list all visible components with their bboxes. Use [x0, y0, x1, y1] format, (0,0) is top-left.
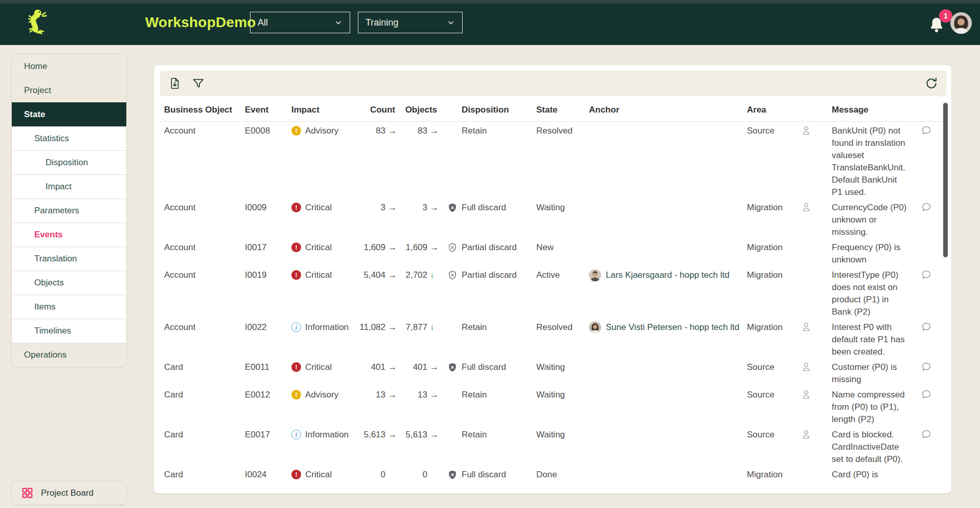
user-avatar[interactable] [950, 12, 972, 34]
app-title: WorkshopDemo [145, 0, 256, 45]
cell-anchor [585, 125, 743, 198]
cell-event: E0011 [241, 361, 287, 386]
cell-state: Waiting [533, 389, 585, 426]
column-header-event[interactable]: Event [241, 104, 287, 116]
column-header-business-object[interactable]: Business Object [160, 104, 241, 116]
cell-business-object: Account [160, 125, 241, 198]
project-board-button[interactable]: Project Board [11, 481, 127, 505]
sidebar-item-objects[interactable]: Objects [12, 271, 126, 295]
table-row[interactable]: CardE0017iInformation5,613→5,613→RetainW… [160, 426, 946, 466]
cell-impact: !Critical [287, 361, 358, 386]
table-row[interactable]: AccountI0009!Critical3→3→Full discardWai… [160, 198, 946, 238]
cell-comment [916, 202, 937, 238]
cell-objects: 3→ [395, 202, 437, 238]
column-header-state[interactable]: State [533, 104, 585, 116]
person-outline-icon[interactable] [801, 128, 812, 138]
column-header-objects[interactable]: Objects [395, 104, 437, 116]
cell-business-object: Card [160, 389, 241, 426]
cell-event: E0008 [241, 125, 287, 198]
sidebar-item-label: Timelines [34, 326, 71, 336]
cell-impact: iInformation [287, 321, 358, 358]
sidebar-item-events[interactable]: Events [12, 223, 126, 247]
table-row[interactable]: AccountE0008!Advisory83→83→RetainResolve… [160, 122, 946, 198]
anchor-user-link[interactable]: Lars Kjaersgaard - hopp tech ltd [589, 269, 743, 281]
anchor-user-link[interactable]: Sune Visti Petersen - hopp tech ltd [589, 321, 743, 334]
table-row[interactable]: CardI0024!Critical0→0→Full discardDoneMi… [160, 466, 946, 483]
sidebar-item-translation[interactable]: Translation [12, 247, 126, 271]
cell-objects-value: 7,877 [405, 321, 427, 334]
sidebar-item-items[interactable]: Items [12, 295, 126, 319]
impact-label: Critical [305, 361, 332, 373]
cell-business-object: Card [160, 361, 241, 386]
person-outline-icon[interactable] [801, 205, 812, 215]
export-file-icon [168, 77, 181, 90]
sidebar-item-operations[interactable]: Operations [12, 343, 126, 367]
sidebar-item-project[interactable]: Project [12, 78, 126, 102]
cell-comment [916, 241, 937, 266]
sidebar-item-label: Operations [24, 350, 66, 360]
person-outline-icon[interactable] [801, 432, 812, 442]
table-row[interactable]: CardE0011!Critical401→401→Full discardWa… [160, 358, 946, 386]
cell-count-value: 5,613 [363, 429, 385, 441]
down-arrow-icon: ↓ [430, 269, 437, 281]
scope-select[interactable]: All [250, 12, 350, 33]
person-outline-icon[interactable] [801, 365, 812, 374]
column-header-message[interactable]: Message [825, 104, 916, 116]
cell-impact: iInformation [287, 429, 358, 466]
column-header-impact[interactable]: Impact [287, 104, 358, 116]
sidebar-item-disposition[interactable]: Disposition [12, 150, 126, 174]
column-header-disposition[interactable]: Disposition [437, 104, 533, 116]
refresh-button[interactable] [925, 77, 938, 90]
filter-button[interactable] [192, 77, 205, 90]
cell-objects: 1,609→ [395, 241, 437, 266]
events-table: Business Object Event Impact Count Objec… [160, 97, 946, 483]
shield-outline-x-icon [447, 269, 462, 284]
person-outline-icon[interactable] [801, 392, 812, 402]
vertical-scrollbar-thumb[interactable] [943, 103, 948, 257]
cell-business-object: Account [160, 321, 241, 358]
speech-bubble-icon[interactable] [921, 432, 932, 442]
export-button[interactable] [168, 77, 181, 90]
cell-disposition: Retain [437, 429, 533, 466]
cell-impact: !Advisory [287, 125, 358, 198]
cell-objects: 5,613→ [395, 429, 437, 466]
cell-state: Waiting [533, 361, 585, 386]
sidebar-item-timelines[interactable]: Timelines [12, 319, 126, 343]
cell-comment [916, 269, 937, 318]
column-header-area[interactable]: Area [743, 104, 798, 116]
notifications-button[interactable]: 1 [928, 11, 948, 35]
sidebar-item-statistics[interactable]: Statistics [12, 126, 126, 150]
speech-bubble-icon[interactable] [921, 392, 932, 402]
table-row[interactable]: AccountI0017!Critical1,609→1,609→Partial… [160, 238, 946, 266]
column-header-count[interactable]: Count [358, 104, 395, 116]
chevron-down-icon [334, 18, 343, 27]
person-outline-icon[interactable] [801, 325, 812, 335]
sidebar-item-label: Impact [45, 182, 72, 192]
cell-area: Source [743, 361, 798, 386]
cell-disposition: Partial discard [437, 241, 533, 266]
right-arrow-icon: → [388, 429, 395, 441]
sidebar-item-home[interactable]: Home [12, 54, 126, 78]
anchor-user-name: Sune Visti Petersen - hopp tech ltd [606, 321, 739, 334]
cell-anchor: Lars Kjaersgaard - hopp tech ltd [585, 269, 743, 318]
cell-area: Source [743, 125, 798, 198]
speech-bubble-icon[interactable] [921, 205, 932, 215]
table-row[interactable]: CardE0012!Advisory13→13→RetainWaitingSou… [160, 386, 946, 426]
table-row[interactable]: AccountI0022iInformation11,082→7,877↓Ret… [160, 318, 946, 358]
column-header-anchor[interactable]: Anchor [585, 104, 743, 116]
environment-select[interactable]: Training [358, 12, 463, 33]
critical-circle-icon: ! [291, 470, 301, 479]
table-toolbar [160, 71, 946, 96]
speech-bubble-icon[interactable] [921, 273, 932, 282]
sidebar-item-label: Objects [34, 278, 64, 288]
sidebar-item-impact[interactable]: Impact [12, 174, 126, 198]
cell-count: 401→ [358, 361, 395, 386]
table-row[interactable]: AccountI0019!Critical5,404→2,702↓Partial… [160, 266, 946, 318]
cell-business-object: Account [160, 241, 241, 266]
sidebar-item-parameters[interactable]: Parameters [12, 198, 126, 223]
cell-message: Interest P0 with default rate P1 has bee… [825, 321, 916, 358]
speech-bubble-icon[interactable] [921, 128, 932, 138]
speech-bubble-icon[interactable] [921, 325, 932, 335]
sidebar-item-state[interactable]: State [12, 102, 126, 126]
speech-bubble-icon[interactable] [921, 365, 932, 374]
